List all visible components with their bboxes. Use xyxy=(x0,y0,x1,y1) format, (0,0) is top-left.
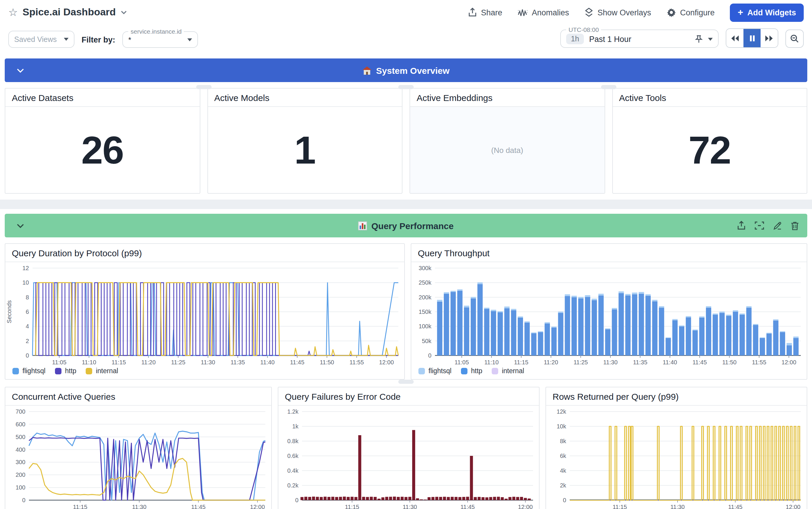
chart-title: Query Failures by Error Code xyxy=(278,387,539,406)
svg-text:11:30: 11:30 xyxy=(403,504,417,509)
legend-swatch xyxy=(461,368,467,374)
zoom-out-icon xyxy=(790,34,799,43)
chevron-down-icon xyxy=(708,37,713,40)
svg-text:11:50: 11:50 xyxy=(722,359,737,366)
charts-row-2: Concurrent Active Queries 01002003004005… xyxy=(5,387,807,509)
resize-handle[interactable] xyxy=(196,85,211,89)
svg-text:11:25: 11:25 xyxy=(171,359,186,366)
legend-item-internal[interactable]: internal xyxy=(86,367,118,374)
svg-text:1.2k: 1.2k xyxy=(287,408,299,415)
stat-title: Active Datasets xyxy=(5,89,199,107)
svg-text:10k: 10k xyxy=(557,423,566,430)
legend-item-http[interactable]: http xyxy=(55,367,76,374)
legend-item-http[interactable]: http xyxy=(461,367,482,374)
step-back-button[interactable] xyxy=(726,29,744,47)
section-title: System Overview xyxy=(376,65,450,75)
legend-item-flightsql[interactable]: flightsql xyxy=(418,367,451,374)
svg-text:0.2k: 0.2k xyxy=(287,482,299,488)
step-forward-button[interactable] xyxy=(760,29,778,47)
share-button[interactable]: Share xyxy=(468,8,502,17)
filter-value: * xyxy=(128,35,183,44)
svg-text:0: 0 xyxy=(428,352,431,359)
svg-text:11:15: 11:15 xyxy=(613,504,627,509)
anomalies-icon xyxy=(518,8,528,17)
svg-text:12k: 12k xyxy=(557,408,566,415)
svg-text:12:00: 12:00 xyxy=(786,504,801,509)
export-widget-button[interactable] xyxy=(737,221,746,230)
chart-title: Query Throughput xyxy=(411,244,807,262)
service-instance-filter[interactable]: service.instance.id * xyxy=(122,28,198,48)
svg-text:11:45: 11:45 xyxy=(692,359,707,366)
charts-row-1: Query Duration by Protocol (p99) 0246810… xyxy=(5,243,807,380)
add-widgets-button[interactable]: + Add Widgets xyxy=(730,3,804,22)
legend-item-flightsql[interactable]: flightsql xyxy=(12,367,45,374)
configure-button[interactable]: Configure xyxy=(666,8,715,17)
filter-by-label: Filter by: xyxy=(82,35,115,48)
show-overlays-button[interactable]: Show Overlays xyxy=(585,8,651,17)
resize-handle[interactable] xyxy=(601,85,616,89)
anomalies-button[interactable]: Anomalies xyxy=(518,8,569,17)
edit-widget-button[interactable] xyxy=(773,221,782,230)
zoom-out-button[interactable] xyxy=(785,30,804,48)
stat-value: 26 xyxy=(81,128,124,172)
resize-handle[interactable] xyxy=(398,85,414,89)
section-system-overview: System Overview Active Datasets 26 Activ… xyxy=(0,54,812,200)
stat-value: 72 xyxy=(688,128,731,172)
svg-text:400: 400 xyxy=(15,446,25,453)
system-overview-banner: System Overview xyxy=(5,59,807,82)
top-area: ☆ Spice.ai Dashboard Share Anomalies Sho… xyxy=(0,0,812,54)
svg-text:11:45: 11:45 xyxy=(290,359,304,366)
svg-text:12:00: 12:00 xyxy=(518,504,533,509)
svg-text:11:30: 11:30 xyxy=(201,359,215,366)
page-title: Spice.ai Dashboard xyxy=(23,6,116,18)
svg-text:2k: 2k xyxy=(560,482,566,488)
pause-button[interactable] xyxy=(744,29,760,47)
time-range-chip: 1h xyxy=(566,34,584,44)
stat-title: Active Models xyxy=(208,89,402,107)
overlays-icon xyxy=(585,8,593,17)
title-dropdown-button[interactable] xyxy=(121,10,127,15)
svg-text:8k: 8k xyxy=(560,438,566,444)
plus-icon: + xyxy=(738,8,744,17)
playback-controls xyxy=(726,28,778,48)
chevron-down-icon xyxy=(17,223,24,228)
stat-value: 1 xyxy=(294,128,315,172)
svg-text:4k: 4k xyxy=(560,467,566,474)
saved-views-select[interactable]: Saved Views xyxy=(8,31,74,48)
svg-text:11:05: 11:05 xyxy=(455,359,469,366)
favorite-star-icon[interactable]: ☆ xyxy=(8,7,18,18)
svg-text:11:30: 11:30 xyxy=(670,504,685,509)
resize-handle[interactable] xyxy=(398,380,414,384)
svg-text:0: 0 xyxy=(26,352,29,359)
stat-title: Active Tools xyxy=(613,89,807,107)
svg-text:11:15: 11:15 xyxy=(73,504,88,509)
legend-swatch xyxy=(86,368,92,374)
pin-icon[interactable] xyxy=(695,35,703,43)
svg-text:200: 200 xyxy=(15,472,25,478)
chart-card-query-duration: Query Duration by Protocol (p99) 0246810… xyxy=(5,243,405,380)
svg-text:600: 600 xyxy=(15,421,25,428)
query-duration-chart: 02468101211:0511:1011:1511:2011:2511:301… xyxy=(5,262,404,366)
collapse-section-button[interactable] xyxy=(14,65,27,75)
chart-card-query-throughput: Query Throughput 050k100k150k200k250k300… xyxy=(411,243,807,380)
query-throughput-chart: 050k100k150k200k250k300k11:0511:1011:151… xyxy=(411,262,807,366)
chart-card-rows-returned: Rows Returned per Query (p99) 02k4k6k8k1… xyxy=(545,387,807,509)
chart-title: Rows Returned per Query (p99) xyxy=(546,387,807,406)
svg-text:11:05: 11:05 xyxy=(52,359,66,366)
legend-item-internal[interactable]: internal xyxy=(492,367,524,374)
stat-card-active-models: Active Models 1 xyxy=(207,88,402,194)
share-icon xyxy=(468,8,477,17)
focus-widget-button[interactable] xyxy=(755,221,764,230)
svg-text:700: 700 xyxy=(15,408,25,415)
svg-text:0: 0 xyxy=(22,497,25,503)
section-query-performance: Query Performance Query Durati xyxy=(0,209,812,509)
svg-text:0.4k: 0.4k xyxy=(287,467,299,474)
chart-legend: flightsqlhttpinternal xyxy=(411,366,807,379)
svg-text:11:30: 11:30 xyxy=(603,359,618,366)
svg-text:1k: 1k xyxy=(292,423,299,430)
delete-widget-button[interactable] xyxy=(791,221,799,230)
time-range-picker[interactable]: UTC-08:00 1h Past 1 Hour xyxy=(560,26,719,48)
svg-text:11:40: 11:40 xyxy=(260,359,275,366)
collapse-section-button[interactable] xyxy=(14,220,27,231)
svg-text:11:35: 11:35 xyxy=(633,359,648,366)
